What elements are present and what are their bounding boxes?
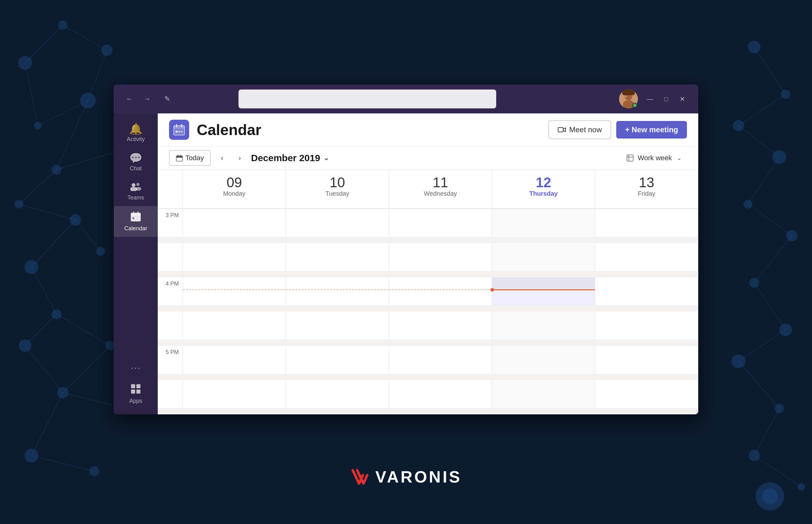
cell-530pm-mon[interactable] [183,380,286,408]
today-button[interactable]: Today [169,150,211,166]
varonis-chevron-icon [350,469,372,485]
view-label: Work week [638,154,672,162]
minimize-button[interactable]: — [643,92,657,106]
sidebar-item-teams[interactable]: Teams [114,177,158,206]
apps-icon [130,383,141,396]
svg-rect-76 [135,217,137,219]
sidebar-label-chat: Chat [130,165,142,172]
prev-week-button[interactable]: ‹ [216,152,228,164]
cell-330pm-fri[interactable] [595,243,698,272]
cell-330pm-tue[interactable] [286,243,389,272]
day-num-mon: 09 [189,175,279,190]
day-name-fri: Friday [601,190,692,197]
day-num-wed: 11 [395,175,486,190]
month-year-selector[interactable]: December 2019 ⌄ [251,153,329,163]
svg-point-27 [775,404,784,413]
cell-3pm-mon[interactable] [183,209,286,237]
today-label: Today [185,154,204,162]
cell-4pm-mon[interactable] [183,277,286,306]
time-label-330pm [158,243,183,272]
cell-4pm-fri[interactable] [595,277,698,306]
title-bar-right: — □ ✕ [619,89,689,109]
svg-rect-88 [181,131,182,133]
cell-3pm-thu[interactable] [492,209,595,237]
next-week-button[interactable]: › [233,152,246,164]
compose-button[interactable]: ✎ [160,92,174,106]
svg-rect-91 [176,156,182,158]
cell-530pm-fri[interactable] [595,380,698,408]
day-header-fri: 13 Friday [595,170,698,209]
day-name-tue: Tuesday [292,190,383,197]
new-meeting-button[interactable]: + New meeting [616,121,687,138]
close-button[interactable]: ✕ [676,92,689,106]
cell-430pm-tue[interactable] [286,312,389,340]
cell-330pm-wed[interactable] [389,243,492,272]
cell-330pm-mon[interactable] [183,243,286,272]
month-year-chevron: ⌄ [323,154,329,162]
cell-3pm-fri[interactable] [595,209,698,237]
svg-line-35 [56,100,88,170]
back-button[interactable]: ← [123,92,136,106]
cell-430pm-fri[interactable] [595,312,698,340]
cell-330pm-thu[interactable] [492,243,595,272]
forward-button[interactable]: → [140,92,154,106]
cell-4pm-wed[interactable] [389,277,492,306]
svg-point-8 [70,214,81,226]
sidebar-item-activity[interactable]: 🔔 Activity [114,118,158,148]
cell-5pm-wed[interactable] [389,346,492,374]
svg-rect-72 [131,213,141,216]
cell-5pm-fri[interactable] [595,346,698,374]
cell-4pm-tue[interactable] [286,277,389,306]
cell-430pm-mon[interactable] [183,312,286,340]
nav-buttons: ← → [123,92,154,106]
svg-rect-89 [558,128,563,132]
cell-430pm-thu[interactable] [492,312,595,340]
svg-line-48 [31,456,94,471]
search-input[interactable] [246,94,489,104]
day-header-thu: 12 Thursday [492,170,595,209]
svg-rect-78 [131,384,135,388]
view-selector[interactable]: Work week ⌄ [621,150,687,166]
month-year-label: December 2019 [251,153,320,163]
svg-line-45 [63,346,110,393]
sidebar-item-calendar[interactable]: Calendar [114,206,158,237]
sidebar: 🔔 Activity 💬 Chat Teams [114,113,158,414]
cell-530pm-thu[interactable] [492,380,595,408]
maximize-button[interactable]: □ [659,92,673,106]
sidebar-item-chat[interactable]: 💬 Chat [114,148,158,177]
svg-line-47 [31,393,63,456]
svg-line-37 [19,170,56,204]
cell-3pm-wed[interactable] [389,209,492,237]
cell-5pm-thu[interactable] [492,346,595,374]
svg-rect-83 [174,126,184,129]
day-name-wed: Wednesday [395,190,486,197]
svg-line-41 [31,267,56,314]
day-num-thu: 12 [498,175,588,190]
cell-4pm-thu[interactable] [492,277,595,306]
svg-line-30 [25,25,63,63]
svg-line-54 [754,235,792,283]
main-content: 🔔 Activity 💬 Chat Teams [114,113,698,414]
title-bar: ← → ✎ — [114,84,698,113]
cell-5pm-mon[interactable] [183,346,286,374]
svg-point-11 [51,309,62,319]
day-num-tue: 10 [292,175,383,190]
calendar-header: Calendar Meet now + New meeting [158,113,698,146]
svg-point-60 [756,482,784,510]
sidebar-item-apps[interactable]: Apps [114,379,158,409]
user-avatar-container[interactable] [619,89,638,109]
cell-530pm-wed[interactable] [389,380,492,408]
search-bar[interactable] [239,89,496,109]
svg-line-42 [25,314,56,346]
cell-530pm-tue[interactable] [286,380,389,408]
day-header-wed: 11 Wednesday [389,170,492,209]
cell-5pm-tue[interactable] [286,346,389,374]
cell-3pm-tue[interactable] [286,209,389,237]
svg-line-40 [76,220,100,251]
svg-line-33 [88,50,107,100]
calendar-grid-container: 09 Monday 10 Tuesday 11 Wednesday 12 Thu… [158,170,698,414]
cell-430pm-wed[interactable] [389,312,492,340]
svg-line-57 [738,361,779,408]
sidebar-more-button[interactable]: ··· [126,357,146,379]
meet-now-button[interactable]: Meet now [548,120,611,139]
